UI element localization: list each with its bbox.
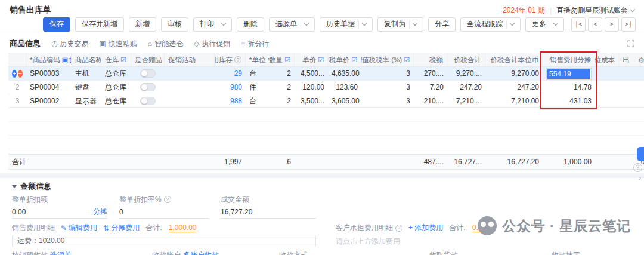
cell-total: 247.20 — [447, 81, 485, 94]
summary-qty: 6 — [268, 155, 295, 168]
cell-expense-share[interactable]: 554.19 — [543, 67, 595, 80]
empty-row — [8, 136, 644, 149]
cell-product-name[interactable]: 键盘 — [72, 81, 101, 94]
cell-vat-rate[interactable]: 3 — [361, 81, 414, 94]
gift-toggle[interactable] — [140, 83, 156, 91]
full-trace-button[interactable]: 全流程跟踪 — [460, 17, 521, 32]
checkbox-icon[interactable]: ☑ — [120, 57, 126, 63]
table-row[interactable]: 2 SP00004 键盘 总仓库 980 件 2 120.00 123.60 3… — [8, 81, 644, 94]
add-row-icon[interactable]: + — [12, 70, 17, 78]
cell-unit[interactable]: 件 — [246, 81, 268, 94]
cell-price[interactable]: 4,500... — [295, 67, 328, 80]
cell-unit[interactable]: 台 — [246, 94, 268, 107]
cell-vat-rate[interactable]: 3 — [361, 94, 414, 107]
add-expense-link[interactable]: + 添加费用 — [408, 223, 443, 233]
cell-expense-share[interactable]: 14.78 — [543, 81, 595, 94]
next-record-button[interactable]: > — [605, 17, 619, 32]
cell-expense-share[interactable]: 431.03 — [543, 94, 595, 107]
gift-toggle[interactable] — [140, 97, 156, 105]
cell-warehouse[interactable]: 总仓库 — [101, 94, 131, 107]
cell-price-tax[interactable]: 123.60 — [328, 81, 361, 94]
history-trade-link[interactable]: ◷历史交易 — [51, 39, 88, 49]
cell-vat-rate[interactable]: 3 — [361, 67, 414, 80]
checkbox-icon[interactable]: ☑ — [284, 57, 290, 63]
gift-toggle[interactable] — [140, 69, 156, 78]
save-button[interactable]: 保存 — [43, 17, 70, 32]
cell-price[interactable]: 120.00 — [295, 81, 328, 94]
audit-button[interactable]: 审核 — [161, 17, 188, 32]
chevron-down-icon — [221, 21, 226, 26]
quick-paste-link[interactable]: ▣快速粘贴 — [99, 39, 137, 49]
allocate-link[interactable]: 分摊 — [93, 207, 107, 217]
chevron-down-icon — [553, 21, 558, 26]
smart-warehouse-link[interactable]: ⌂智能选仓 — [148, 39, 183, 49]
table-row[interactable]: 3 SP00002 显示器 总仓库 988 台 2 3,500... 3,605… — [8, 94, 644, 108]
select-source-button[interactable]: 选源单 — [269, 17, 315, 32]
cell-product-code[interactable]: SP00002 — [26, 94, 72, 107]
receive-payment-label: 收取货款 — [429, 250, 519, 255]
delete-button[interactable]: 删除 — [237, 17, 264, 32]
advance-select-source-link[interactable]: 选源单 — [50, 250, 72, 255]
question-icon[interactable]: ? — [234, 56, 242, 63]
checkbox-icon[interactable]: ☑ — [351, 57, 357, 63]
cell-price[interactable]: 3,500... — [295, 94, 328, 107]
collapse-arrow-icon[interactable]: › — [639, 174, 641, 182]
cell-product-name[interactable]: 显示器 — [72, 94, 101, 107]
cell-warehouse[interactable]: 总仓库 — [101, 67, 131, 80]
row-handle: 2 — [8, 81, 26, 94]
discount-rate-value[interactable]: 0 — [119, 208, 123, 216]
copy-as-button[interactable]: 复制为 — [377, 17, 423, 32]
split-row-link[interactable]: ≡拆分行 — [241, 39, 269, 49]
discount-rate-label: 整单折扣率% — [119, 195, 162, 205]
edit-expense-link[interactable]: ✎编辑费用 — [61, 223, 97, 233]
question-icon[interactable]: ? — [164, 196, 171, 203]
remove-row-icon[interactable]: − — [18, 70, 23, 78]
cell-product-name[interactable]: 主机 — [72, 67, 101, 80]
save-and-add-button[interactable]: 保存并新增 — [75, 17, 124, 32]
account-set-selector[interactable]: 直播勿删星辰测试账套 — [556, 5, 634, 16]
last-record-button[interactable]: >| — [621, 17, 636, 32]
cell-qty[interactable]: 2 — [268, 94, 295, 107]
cell-available-stock[interactable]: 988 — [215, 94, 246, 107]
expand-icon[interactable] — [627, 40, 634, 47]
scan-code-button[interactable]: ▣扫码 — [61, 56, 72, 64]
history-docs-button[interactable]: 历史单据 — [320, 17, 373, 32]
cell-qty[interactable]: 2 — [268, 81, 295, 94]
first-record-button[interactable]: |< — [571, 17, 586, 32]
chat-bubble-icon[interactable] — [637, 147, 644, 161]
discount-rate-field[interactable]: 0 — [119, 205, 209, 219]
cell-price-tax[interactable]: 3,605.00 — [328, 94, 361, 107]
customer-expense-total-value[interactable]: 0.00 — [472, 223, 486, 232]
amount-section-toggle[interactable]: 金额信息 — [12, 180, 632, 192]
summary-tax: 487.... — [414, 155, 447, 168]
cell-qty[interactable]: 2 — [268, 67, 295, 80]
sales-expense-total-value[interactable]: 1,000.00 — [169, 223, 197, 232]
cell-product-code[interactable]: SP00003 — [26, 67, 72, 80]
discount-amount-field[interactable]: 0.00 分摊 — [12, 205, 107, 219]
cell-unit[interactable]: 台 — [246, 67, 268, 80]
cell-price-tax[interactable]: 4,635.00 — [328, 67, 361, 80]
allocate-expense-link[interactable]: ⇅分摊费用 — [103, 223, 140, 233]
discount-amount-value[interactable]: 0.00 — [12, 208, 26, 216]
more-button[interactable]: 更多 — [525, 17, 564, 32]
help-question-icon[interactable]: ? — [633, 163, 642, 172]
cell-available-stock[interactable]: 980 — [215, 81, 246, 94]
question-icon[interactable]: ? — [395, 225, 402, 232]
gear-icon[interactable]: ⚙ — [638, 56, 644, 64]
table-row[interactable]: + − SP00003 主机 总仓库 29 台 2 4,500... 4,635… — [8, 67, 644, 81]
summary-total: 16,727... — [447, 155, 485, 168]
cell-product-code[interactable]: SP00004 — [26, 81, 72, 94]
cell-available-stock[interactable]: 29 — [215, 67, 246, 80]
checkbox-icon[interactable]: ☑ — [404, 57, 410, 63]
prev-record-button[interactable]: < — [588, 17, 602, 32]
col-tax: 税额 — [414, 53, 447, 66]
share-button[interactable]: 分享 — [428, 17, 456, 32]
multi-account-link[interactable]: 多账户收款 — [183, 250, 219, 255]
cell-warehouse[interactable]: 总仓库 — [101, 81, 131, 94]
product-section-header: 商品信息 ◷历史交易 ▣快速粘贴 ⌂智能选仓 ◇执行促销 ≡拆分行 — [0, 35, 644, 53]
run-promo-link[interactable]: ◇执行促销 — [194, 39, 230, 49]
expense-share-editor[interactable]: 554.19 — [546, 68, 592, 80]
checkbox-icon[interactable]: ☑ — [318, 57, 324, 63]
print-button[interactable]: 打印 — [193, 17, 232, 32]
add-button[interactable]: 新增 — [129, 17, 156, 32]
